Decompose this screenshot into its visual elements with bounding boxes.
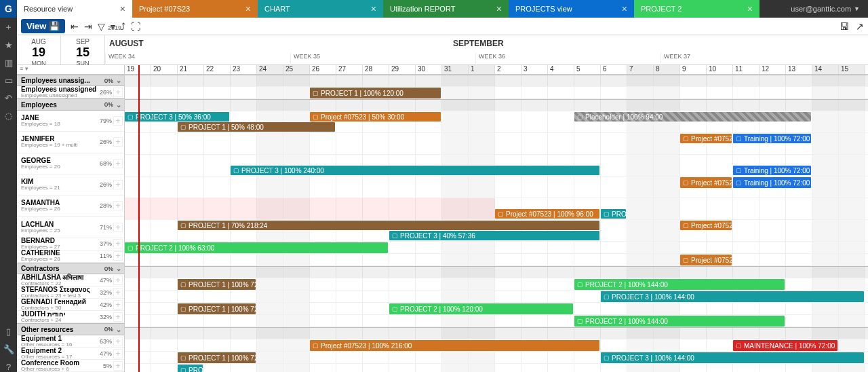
task-bar[interactable]: ▢PROJECT 1 | 100% 120:00: [310, 88, 441, 98]
day-header[interactable]: 1: [469, 65, 495, 74]
help-icon[interactable]: ?: [3, 361, 14, 372]
day-header[interactable]: 28: [363, 65, 389, 74]
task-bar[interactable]: ▢PROJECT 2 | 100% 120:00: [389, 303, 573, 314]
add-task-icon[interactable]: +: [113, 288, 123, 297]
day-header[interactable]: 3: [521, 65, 548, 74]
resource-row[interactable]: Employees unassignedEmployees unassigned…: [17, 86, 124, 98]
add-task-icon[interactable]: +: [113, 201, 123, 210]
chart-icon[interactable]: ▥: [3, 57, 14, 68]
resource-row[interactable]: LACHLANEmployees = 2571%+: [17, 217, 124, 238]
task-bar[interactable]: ▢PROJECT 1 | 100% 72:00: [178, 303, 256, 314]
add-task-icon[interactable]: +: [113, 223, 123, 232]
task-bar[interactable]: ▢PROJECT 3 | 40% 57:36: [389, 231, 599, 240]
add-task-icon[interactable]: +: [113, 159, 123, 168]
day-header[interactable]: 20: [151, 65, 178, 74]
day-header[interactable]: 25: [283, 65, 310, 74]
task-bar[interactable]: ▢Placeholder | 100% 94:00: [574, 112, 811, 122]
group-header[interactable]: Other resources0%⌄: [17, 323, 124, 335]
view-button[interactable]: View 💾: [21, 19, 65, 33]
add-task-icon[interactable]: +: [113, 239, 123, 248]
group-header[interactable]: Employees0%⌄: [17, 98, 124, 111]
task-bar[interactable]: ▢Project #07523 | ...: [680, 221, 732, 230]
user-menu[interactable]: user@ganttic.com ▼: [783, 0, 868, 18]
add-task-icon[interactable]: +: [113, 276, 123, 285]
day-header[interactable]: 7: [627, 65, 654, 74]
task-bar[interactable]: ▢PROJECT 1 | 50% 48:00: [178, 122, 335, 132]
task-bar[interactable]: ▢PROJECT 2 | 100% 144:00: [574, 316, 785, 327]
day-header[interactable]: 21: [178, 65, 204, 74]
task-bar[interactable]: ▢PROJECT 2 | 100% 144:00: [574, 279, 785, 290]
task-bar[interactable]: ▢PROJECT 3 | 100% 144:00: [601, 291, 864, 302]
add-task-icon[interactable]: +: [113, 137, 123, 147]
task-bar[interactable]: ▢PROJECT 3 | 50% 36:00: [125, 112, 229, 122]
task-bar[interactable]: ▢PROJECT 1 | 100% 72:00: [178, 352, 256, 363]
resource-row[interactable]: STEFANOS ΣτεφανοςContractors = 23 + test…: [17, 286, 124, 299]
task-bar[interactable]: ▢Project #07523 | ...: [680, 255, 732, 265]
task-bar[interactable]: ▢PROJECT 3 | 100% 240:00: [231, 166, 599, 175]
task-bar[interactable]: ▢PROJECT 3 | 100% 144:00: [601, 352, 864, 363]
add-task-icon[interactable]: +: [113, 251, 123, 261]
resource-row[interactable]: JUDITH יהודיתContractors + 2432%+: [17, 311, 124, 323]
add-task-icon[interactable]: +: [113, 337, 123, 346]
task-bar[interactable]: ▢Training | 100% 72:00: [733, 166, 811, 175]
task-bar[interactable]: ▢Training | 100% 72:00: [733, 134, 811, 143]
fullscreen-icon[interactable]: ⛶: [131, 21, 140, 32]
close-icon[interactable]: ×: [245, 3, 251, 14]
task-bar[interactable]: ▢Project #07523 | ...: [680, 177, 732, 188]
filter-icon[interactable]: ▽: [98, 21, 105, 32]
resource-row[interactable]: GEORGEEmployees = 2068%+: [17, 153, 124, 174]
tab-1[interactable]: Project #07S23×: [132, 0, 258, 18]
star-icon[interactable]: ★: [3, 39, 14, 50]
indent-right-icon[interactable]: ⇥: [84, 21, 92, 32]
add-task-icon[interactable]: +: [113, 300, 123, 310]
resource-row[interactable]: JENNIFEREmployees = 19 + multi26%+: [17, 132, 124, 153]
gantt-chart[interactable]: 1920212223242526272829303112345678910111…: [125, 65, 868, 372]
add-icon[interactable]: ＋: [3, 22, 14, 33]
close-icon[interactable]: ×: [747, 3, 753, 14]
resource-row[interactable]: CATHERINEEmployees = 2811%+: [17, 250, 124, 263]
day-header[interactable]: 5: [574, 65, 601, 74]
day-header[interactable]: 10: [707, 65, 733, 74]
day-header[interactable]: 4: [548, 65, 574, 74]
day-header[interactable]: 24: [257, 65, 283, 74]
indent-left-icon[interactable]: ⇤: [71, 21, 79, 32]
task-bar[interactable]: ▢Project #07523 | 50% 30:00: [310, 112, 441, 122]
task-bar[interactable]: ▢PROJ...: [601, 209, 626, 219]
task-bar[interactable]: ▢Project #07523 | ...: [680, 134, 732, 143]
chevron-down-icon[interactable]: ⌄: [113, 101, 124, 109]
task-bar[interactable]: ▢PROJ...: [178, 365, 203, 372]
date-to[interactable]: SEP 15 SUN: [61, 35, 105, 64]
add-task-icon[interactable]: +: [113, 88, 123, 97]
day-header[interactable]: 29: [389, 65, 416, 74]
chevron-down-icon[interactable]: ⌄: [113, 77, 124, 84]
day-header[interactable]: 12: [760, 65, 786, 74]
task-bar[interactable]: ▢Project #07523 | 100% 216:00: [310, 340, 599, 351]
day-header[interactable]: 27: [336, 65, 363, 74]
day-header[interactable]: 11: [733, 65, 760, 74]
resource-row[interactable]: Equipment 2Other resources = 1747%+: [17, 348, 124, 360]
day-header[interactable]: 23: [231, 65, 257, 74]
tab-2[interactable]: CHART×: [258, 0, 383, 18]
drop-icon[interactable]: ◌: [3, 110, 14, 121]
undo-icon[interactable]: ↶: [3, 92, 14, 103]
resource-row[interactable]: Equipment 1Other resources = 1663%+: [17, 335, 124, 348]
group-header[interactable]: Contractors0%⌄: [17, 263, 124, 275]
task-bar[interactable]: ▢Training | 100% 72:00: [733, 177, 811, 188]
task-bar[interactable]: ▢MAINTENANCE | 100% 72:00: [733, 340, 837, 351]
save2-icon[interactable]: 🖫: [840, 21, 849, 32]
resource-row[interactable]: KIMEmployees = 2126%+: [17, 174, 124, 196]
add-task-icon[interactable]: +: [113, 349, 123, 358]
close-icon[interactable]: ×: [496, 3, 502, 14]
resource-row[interactable]: GENNADI ГеннадийContractors + 5042%+: [17, 299, 124, 311]
close-icon[interactable]: ×: [120, 3, 125, 14]
tab-3[interactable]: Utilization REPORT×: [383, 0, 509, 18]
resource-row[interactable]: BERNARDEmployees = 2737%+: [17, 238, 124, 250]
resource-row[interactable]: JANEEmployees = 1879%+: [17, 111, 124, 132]
briefcase-icon[interactable]: ▯: [3, 326, 14, 337]
calendar-icon[interactable]: ▭: [3, 75, 14, 86]
resource-row[interactable]: ABHILASHA अभिलाषाContractors = 2247%+: [17, 274, 124, 286]
close-icon[interactable]: ×: [622, 3, 627, 14]
add-task-icon[interactable]: +: [113, 361, 123, 371]
add-task-icon[interactable]: +: [113, 116, 123, 126]
date-from[interactable]: AUG 19 MON: [17, 35, 61, 64]
